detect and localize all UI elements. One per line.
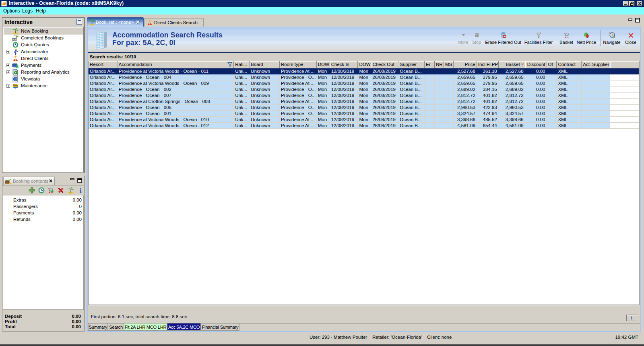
booking-minimize[interactable] <box>70 178 75 183</box>
btn-basket[interactable]: Basket <box>558 32 574 46</box>
btn-facilities-filter[interactable]: Facilities Filter <box>522 32 555 46</box>
btn-minimize[interactable] <box>623 1 629 6</box>
title-text: Interactive - Ocean-Florida (code: x8tM5… <box>9 0 124 7</box>
btn-close-search[interactable]: Close <box>623 32 639 46</box>
navigation-header: Interactive <box>2 18 84 27</box>
booking-toolbar: i <box>2 185 84 195</box>
bk-quote[interactable] <box>38 187 45 194</box>
tab-direct-clients-search[interactable]: Direct Clients Search <box>144 18 204 27</box>
btn-close[interactable] <box>637 1 642 6</box>
menu-bar: Options Logs Help <box>0 7 644 14</box>
bottom-tabs: Summary Search Flt 2A LHR MCO LHR Acc 5A… <box>88 323 640 331</box>
tree-viewdata[interactable]: Viewdata <box>4 76 83 82</box>
search-results-document: Accommodation Search Results For pax: 5A… <box>87 27 641 332</box>
grid-row-7[interactable]: Orlando Ar...Providence - Ocean - 005Unk… <box>89 105 639 111</box>
tree-payments[interactable]: $ Payments <box>4 62 83 69</box>
tab-search[interactable]: Search <box>108 323 124 331</box>
menu-options[interactable]: Options <box>3 7 20 14</box>
bottom-edge <box>0 344 644 346</box>
booking-totals: Deposit0.00 Profit0.00 Total0.00 <box>2 310 84 331</box>
search-results-count: Search results: 10/10 <box>88 53 640 61</box>
bk-palm[interactable] <box>67 187 74 194</box>
grid-footer: First portion: 6.1 sec, total search tim… <box>88 305 640 323</box>
building-icon <box>94 29 109 50</box>
booking-maximize[interactable] <box>77 178 82 183</box>
grid-row-10[interactable]: Orlando Ar...Providence at Victoria Wood… <box>89 123 639 129</box>
navigation-tree: New Booking Completed Bookings Quick Quo… <box>3 27 84 172</box>
tab-acc[interactable]: Acc 5A,2C MCO <box>167 323 201 331</box>
grid-row-1[interactable]: Orlando Ar...Providence at Victoria Wood… <box>89 68 639 74</box>
menu-logs[interactable]: Logs <box>22 7 33 14</box>
tree-quick-quotes[interactable]: Quick Quotes <box>4 41 83 48</box>
btn-navigate[interactable]: Navigate <box>601 32 622 46</box>
document-header: Accommodation Search Results For pax: 5A… <box>88 27 640 53</box>
interactive-application: Interactive - Ocean-Florida (code: x8tM5… <box>0 0 644 346</box>
booking-contents-tab[interactable]: Booking contents✕ <box>3 177 55 185</box>
navigation-panel: Interactive New Booking Completed Bookin… <box>2 17 85 173</box>
grid-row-9[interactable]: Orlando Ar...Providence at Victoria Wood… <box>89 117 639 123</box>
tree-completed-bookings[interactable]: Completed Bookings <box>4 35 83 41</box>
booking-contents-panel: Booking contents✕ i Extras0.00 Passenger… <box>2 176 85 332</box>
grid-row-5[interactable]: Orlando Ar...Providence - Ocean - 007Unk… <box>89 93 639 99</box>
tab-financial-summary[interactable]: Financial Summary <box>201 323 239 331</box>
tree-administrator[interactable]: Administrator <box>4 48 83 55</box>
title-bar: Interactive - Ocean-Florida (code: x8tM5… <box>0 0 644 7</box>
doc-maximize[interactable] <box>635 18 640 23</box>
app-icon <box>1 1 7 6</box>
grid-row-6[interactable]: Orlando Ar...Providence at Crofton Sprin… <box>89 99 639 105</box>
tree-maintenance[interactable]: Maintenance <box>4 82 83 89</box>
tree-new-booking[interactable]: New Booking <box>4 28 83 35</box>
grid-row-2[interactable]: Orlando Ar...Providence - Ocean - 004Unk… <box>89 74 639 80</box>
menu-help[interactable]: Help <box>36 7 46 14</box>
tab-book-ref[interactable]: Book. ref.: <none>✕ <box>87 17 144 27</box>
grid-header: Resort Accommodation Rati... Board Room … <box>89 61 639 68</box>
bk-delete[interactable] <box>57 187 64 194</box>
info-button[interactable]: i <box>626 315 637 321</box>
grid-row-8[interactable]: Orlando Ar...Providence - Ocean - 001Unk… <box>89 111 639 117</box>
tree-reporting[interactable]: Reporting and Analytics <box>4 69 83 76</box>
btn-nett-price[interactable]: Nett Price <box>575 32 598 46</box>
tab-flight[interactable]: Flt 2A LHR MCO LHR <box>124 323 167 331</box>
grid-row-4[interactable]: Orlando Ar...Providence - Ocean - 002Unk… <box>89 86 639 93</box>
tab-summary[interactable]: Summary <box>88 323 108 331</box>
results-grid: Resort Accommodation Rati... Board Room … <box>88 61 640 305</box>
btn-restore[interactable] <box>629 1 635 6</box>
bk-add[interactable] <box>28 187 35 194</box>
tree-direct-clients[interactable]: Direct Clients <box>4 55 83 62</box>
svg-text:$: $ <box>16 64 19 69</box>
doc-minimize[interactable] <box>628 19 633 23</box>
booking-contents-list: Extras0.00 Passengers0 Payments0.00 Refu… <box>3 196 84 310</box>
grid-row-3[interactable]: Orlando Ar...Providence at Victoria Wood… <box>89 80 639 86</box>
bk-info[interactable]: i <box>78 187 85 194</box>
svg-text:i: i <box>80 187 82 194</box>
status-bar: User: 293 - Matthew Poulter Retailer: 'O… <box>0 332 644 344</box>
btn-erase-filtered[interactable]: Erase Filtered Out <box>481 32 526 46</box>
bk-basket[interactable] <box>47 187 54 194</box>
